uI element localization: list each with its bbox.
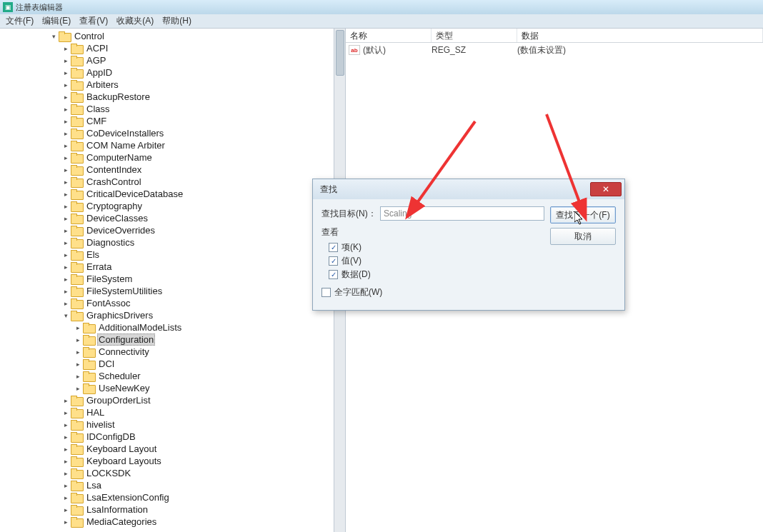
col-type[interactable]: 类型 <box>432 29 517 42</box>
tree-node[interactable]: ▸Class <box>0 103 345 115</box>
tree-node[interactable]: ▸Keyboard Layouts <box>0 455 345 467</box>
folder-icon <box>71 80 82 89</box>
expand-icon: ▸ <box>61 285 71 297</box>
value-row[interactable]: ab (默认) REG_SZ (数值未设置) <box>346 43 763 57</box>
tree-node[interactable]: ▸Arbiters <box>0 79 345 91</box>
folder-icon <box>71 44 82 53</box>
tree-node-label: Connectivity <box>97 346 151 357</box>
tree-node[interactable]: ▸FileSystem <box>0 273 345 285</box>
tree-node[interactable]: ▸AGP <box>0 54 345 66</box>
chk-keys[interactable] <box>329 243 338 252</box>
tree-node[interactable]: ▸Lsa <box>0 479 345 491</box>
tree-node-label: Scheduler <box>97 371 142 381</box>
chk-values[interactable] <box>329 256 338 266</box>
folder-icon <box>71 311 82 320</box>
chk-whole[interactable] <box>321 288 331 297</box>
expand-icon: ▸ <box>61 479 71 491</box>
menu-fav[interactable]: 收藏夹(A) <box>112 15 158 27</box>
expand-icon: ▸ <box>61 394 71 406</box>
tree-node[interactable]: ▸DeviceClasses <box>0 212 345 224</box>
folder-icon <box>71 177 82 186</box>
expand-icon: ▸ <box>73 382 83 394</box>
scrollbar-thumb[interactable] <box>336 30 344 76</box>
tree-node[interactable]: ▸LsaInformation <box>0 503 345 516</box>
tree-node[interactable]: ▸ComputerName <box>0 151 345 164</box>
menu-view[interactable]: 查看(V) <box>75 15 112 27</box>
tree-node[interactable]: ▸FileSystemUtilities <box>0 285 345 297</box>
expand-icon: ▸ <box>61 516 71 528</box>
tree-node[interactable]: ▸LOCKSDK <box>0 467 345 479</box>
tree-node[interactable]: ▸HAL <box>0 406 345 418</box>
tree-node[interactable]: ▸LsaExtensionConfig <box>0 491 345 503</box>
expand-icon: ▸ <box>61 418 71 431</box>
tree-node-label: FontAssoc <box>85 298 131 308</box>
tree-node[interactable]: ▸Keyboard Layout <box>0 443 345 455</box>
registry-tree[interactable]: ▾Control▸ACPI▸AGP▸AppID▸Arbiters▸BackupR… <box>0 29 345 528</box>
tree-node[interactable]: ▸ContentIndex <box>0 164 345 176</box>
tree-node-label: CMF <box>85 116 108 126</box>
tree-node[interactable]: ▸Els <box>0 249 345 261</box>
find-target-input[interactable] <box>380 206 544 221</box>
col-data[interactable]: 数据 <box>517 29 763 42</box>
tree-node[interactable]: ▾GraphicsDrivers <box>0 309 345 321</box>
tree-node[interactable]: ▸Configuration <box>0 333 345 346</box>
tree-node[interactable]: ▸Scheduler <box>0 370 345 382</box>
expand-icon: ▸ <box>61 151 71 164</box>
tree-node[interactable]: ▸Connectivity <box>0 346 345 358</box>
expand-icon: ▸ <box>61 224 71 236</box>
look-at-label: 查看 <box>321 226 544 239</box>
tree-node[interactable]: ▸CMF <box>0 115 345 127</box>
tree-node[interactable]: ▸Cryptography <box>0 200 345 212</box>
tree-node[interactable]: ▸Diagnostics <box>0 236 345 249</box>
tree-node[interactable]: ▸IDConfigDB <box>0 431 345 443</box>
find-next-button[interactable]: 查找下一个(F) <box>550 206 616 224</box>
find-dialog-title-bar[interactable]: 查找 ✕ <box>313 179 624 199</box>
tree-node-label: ACPI <box>85 43 109 54</box>
tree-node[interactable]: ▸Errata <box>0 261 345 273</box>
tree-node[interactable]: ▾Control <box>0 30 345 42</box>
tree-node[interactable]: ▸FontAssoc <box>0 297 345 309</box>
folder-icon <box>71 432 82 441</box>
tree-node[interactable]: ▸CoDeviceInstallers <box>0 127 345 139</box>
expand-icon: ▸ <box>61 54 71 66</box>
folder-icon <box>59 31 70 41</box>
folder-icon <box>71 141 82 150</box>
expand-icon: ▸ <box>61 115 71 127</box>
tree-node[interactable]: ▸CrashControl <box>0 176 345 188</box>
tree-node[interactable]: ▸CriticalDeviceDatabase <box>0 188 345 200</box>
tree-node-label: MediaCategories <box>85 516 158 527</box>
menu-help[interactable]: 帮助(H) <box>158 15 196 27</box>
tree-node[interactable]: ▸hivelist <box>0 418 345 431</box>
folder-icon <box>71 456 82 466</box>
tree-node[interactable]: ▸AdditionalModeLists <box>0 321 345 333</box>
menu-edit[interactable]: 编辑(E) <box>38 15 75 27</box>
values-header: 名称 类型 数据 <box>346 29 763 43</box>
tree-node[interactable]: ▸DCI <box>0 358 345 370</box>
tree-node[interactable]: ▸ACPI <box>0 42 345 54</box>
tree-node[interactable]: ▸GroupOrderList <box>0 394 345 406</box>
col-name[interactable]: 名称 <box>346 29 432 42</box>
close-button[interactable]: ✕ <box>590 182 622 196</box>
string-value-icon: ab <box>349 45 360 55</box>
expand-icon: ▸ <box>61 139 71 151</box>
folder-icon <box>71 420 82 429</box>
folder-icon <box>71 226 82 235</box>
tree-node-label: IDConfigDB <box>85 431 137 442</box>
tree-node[interactable]: ▸UseNewKey <box>0 382 345 394</box>
tree-node-label: Diagnostics <box>85 237 136 248</box>
chk-data[interactable] <box>329 270 338 279</box>
folder-icon <box>71 505 82 514</box>
chk-values-label: 值(V) <box>341 255 361 267</box>
expand-icon: ▸ <box>61 491 71 503</box>
tree-node[interactable]: ▸MediaCategories <box>0 516 345 528</box>
menu-file[interactable]: 文件(F) <box>1 15 38 27</box>
tree-node[interactable]: ▸BackupRestore <box>0 91 345 103</box>
tree-node-label: Cryptography <box>85 201 144 211</box>
cancel-button[interactable]: 取消 <box>550 228 616 245</box>
tree-node[interactable]: ▸DeviceOverrides <box>0 224 345 236</box>
folder-icon <box>83 371 94 381</box>
tree-node[interactable]: ▸COM Name Arbiter <box>0 139 345 151</box>
tree-node[interactable]: ▸AppID <box>0 66 345 79</box>
tree-node-label: CoDeviceInstallers <box>85 128 165 139</box>
tree-node-label: FileSystemUtilities <box>85 286 164 296</box>
